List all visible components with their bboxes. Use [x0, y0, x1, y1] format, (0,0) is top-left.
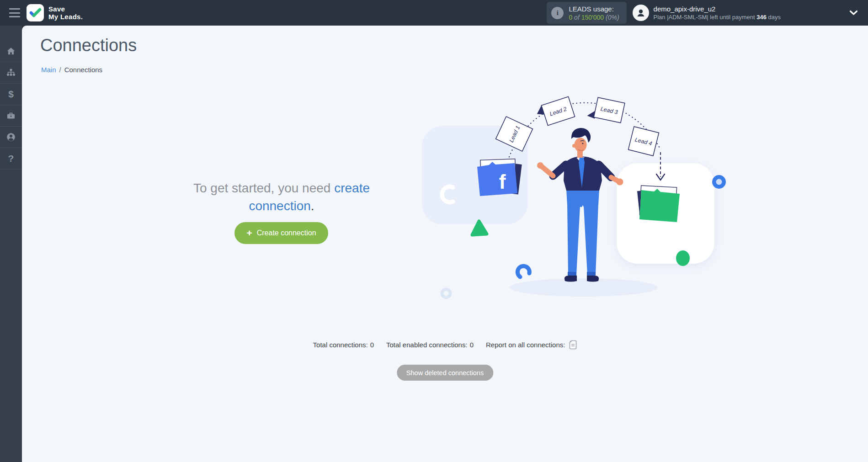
user-plan: Plan |ADM-SML-SM| left until payment 346… [654, 14, 781, 21]
sidebar-nav: $ ? [0, 26, 22, 462]
report-connections: Report on all connections: [486, 340, 577, 350]
breadcrumb: Main/Connections [41, 66, 102, 74]
logo-line1: Save [48, 5, 83, 13]
breadcrumb-separator: / [59, 66, 61, 74]
leads-usage-badge: i LEADS usage: 0 of 150'000 (0%) [547, 2, 626, 24]
total-connections-label: Total connections: [313, 341, 368, 349]
plan-suffix: days [767, 14, 781, 21]
main-content: Connections Main/Connections To get star… [22, 26, 868, 462]
connections-stats: Total connections: 0 Total enabled conne… [22, 340, 868, 350]
leads-percent: (0%) [604, 14, 619, 21]
ground-shadow [510, 278, 658, 297]
sidebar-item-account[interactable] [0, 127, 22, 148]
man-figure [537, 128, 623, 282]
leads-of: of [572, 14, 581, 21]
chevron-down-icon[interactable] [849, 10, 858, 16]
top-bar: Save My Leads. i LEADS usage: 0 of 150'0… [0, 0, 868, 26]
briefcase-icon [6, 111, 16, 121]
dollar-icon: $ [8, 89, 14, 100]
cta-prefix: To get started, you need [193, 181, 334, 195]
breadcrumb-main-link[interactable]: Main [41, 66, 56, 74]
total-connections-value: 0 [370, 341, 374, 349]
user-menu[interactable]: demo_apix-drive_u2 Plan |ADM-SML-SM| lef… [654, 5, 781, 21]
app-logo[interactable] [27, 4, 44, 21]
lead-paper-3: Lead 3 [587, 96, 625, 124]
facebook-letter: f [499, 170, 506, 193]
enabled-connections-label: Total enabled connections: [386, 341, 468, 349]
question-icon: ? [8, 153, 14, 164]
facebook-folder: f [477, 159, 522, 196]
breadcrumb-current: Connections [64, 66, 102, 74]
enabled-connections: Total enabled connections: 0 [386, 341, 474, 349]
report-label: Report on all connections: [486, 341, 565, 349]
info-icon: i [551, 7, 564, 19]
get-started-text: To get started, you need create connecti… [173, 179, 390, 215]
cta-period: . [311, 199, 314, 213]
sitemap-icon [6, 68, 16, 78]
user-name: demo_apix-drive_u2 [654, 5, 781, 13]
lead-paper-4: Lead 4 [628, 127, 659, 156]
plus-icon: + [246, 228, 252, 238]
leads-usage-value: 0 of 150'000 (0%) [569, 14, 619, 21]
green-folder [637, 186, 680, 222]
green-dot-shape [676, 250, 690, 266]
illustration: f Lead 1 Lead 2 Lead 3 Lead 4 [414, 94, 729, 304]
page-title: Connections [40, 36, 137, 55]
create-connection-button[interactable]: + Create connection [234, 222, 328, 244]
hamburger-menu-icon[interactable] [9, 8, 20, 17]
home-icon [6, 46, 16, 56]
person-icon [636, 8, 646, 18]
logo-wordmark[interactable]: Save My Leads. [48, 5, 83, 21]
light-ring-shape [442, 289, 450, 297]
lead-paper-2: Lead 2 [535, 97, 575, 128]
user-avatar[interactable] [633, 5, 649, 21]
plan-days: 346 [756, 14, 767, 21]
account-icon [6, 132, 16, 142]
show-deleted-connections-button[interactable]: Show deleted connections [397, 365, 493, 381]
sidebar-item-help[interactable]: ? [0, 148, 22, 170]
checkmark-logo-icon [27, 5, 43, 21]
blue-hook-shape [517, 266, 529, 277]
leads-total: 150'000 [581, 14, 604, 21]
sidebar-item-services[interactable] [0, 105, 22, 127]
sidebar-item-home[interactable] [0, 41, 22, 62]
create-connection-label: Create connection [257, 229, 316, 237]
total-connections: Total connections: 0 [313, 341, 374, 349]
logo-line2: My Leads. [48, 13, 83, 21]
sidebar-item-billing[interactable]: $ [0, 84, 22, 105]
sidebar-item-connections[interactable] [0, 62, 22, 84]
leads-usage-label: LEADS usage: [569, 5, 619, 13]
report-document-icon[interactable] [569, 340, 577, 350]
enabled-connections-value: 0 [470, 341, 474, 349]
plan-text: Plan |ADM-SML-SM| left until payment [654, 14, 757, 21]
